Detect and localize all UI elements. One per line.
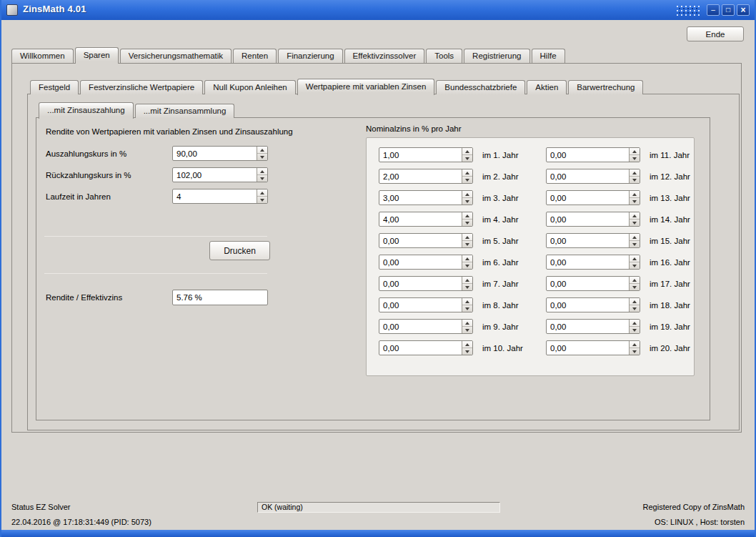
im-3-jahr-spinbox-down-icon[interactable] xyxy=(462,198,472,205)
im-10-jahr-spinbox-input[interactable] xyxy=(379,341,462,355)
im-17-jahr-spinbox-up-icon[interactable] xyxy=(630,277,640,284)
subtab-null-kupon-anleihen[interactable]: Null Kupon Anleihen xyxy=(204,80,296,94)
im-2-jahr-spinbox-down-icon[interactable] xyxy=(462,177,472,183)
subtab-aktien[interactable]: Aktien xyxy=(527,80,567,94)
subtab-wertpapiere-mit-variablen-zinsen[interactable]: Wertpapiere mit variablen Zinsen xyxy=(297,79,435,95)
subtab-barwertrechung[interactable]: Barwertrechung xyxy=(568,80,643,94)
rückzahlungskurs-in-spinbox-down-icon[interactable] xyxy=(257,175,267,182)
auszahlungskurs-in-spinbox-down-icon[interactable] xyxy=(257,154,267,160)
tab-finanzierung[interactable]: Finanzierung xyxy=(278,49,342,63)
im-13-jahr-spinbox-input[interactable] xyxy=(547,191,629,205)
im-12-jahr-spinbox-down-icon[interactable] xyxy=(630,177,640,183)
im-18-jahr-spinbox-input[interactable] xyxy=(547,298,629,312)
im-10-jahr-spinbox-up-icon[interactable] xyxy=(462,341,472,348)
im-3-jahr-spinbox-up-icon[interactable] xyxy=(462,191,472,198)
im-14-jahr-spinbox-down-icon[interactable] xyxy=(630,220,640,226)
laufzeit-in-jahren-spinbox-input[interactable] xyxy=(173,189,257,203)
im-4-jahr-spinbox-up-icon[interactable] xyxy=(462,212,472,220)
auszahlungskurs-in-spinbox-input[interactable] xyxy=(173,147,257,160)
minimize-button[interactable]: – xyxy=(707,4,720,16)
im-8-jahr-spinbox-up-icon[interactable] xyxy=(462,298,472,305)
rendite-effektivzins-input[interactable] xyxy=(172,290,268,305)
im-20-jahr-spinbox-input[interactable] xyxy=(547,341,629,355)
rückzahlungskurs-in-spinbox-up-icon[interactable] xyxy=(257,168,267,175)
im-5-jahr-spinbox-input[interactable] xyxy=(379,234,462,247)
im-1-jahr-spinbox-down-icon[interactable] xyxy=(462,155,472,162)
im-17-jahr-spinbox-down-icon[interactable] xyxy=(630,284,640,290)
im-20-jahr-spinbox xyxy=(546,340,640,355)
auszahlungskurs-in-spinbox-up-icon[interactable] xyxy=(257,147,267,154)
im-9-jahr-spinbox-input[interactable] xyxy=(379,320,462,333)
im-18-jahr-spinbox-up-icon[interactable] xyxy=(630,298,640,305)
ende-button[interactable]: Ende xyxy=(687,26,744,41)
tab-willkommen[interactable]: Willkommen xyxy=(11,49,74,63)
tab-tools[interactable]: Tools xyxy=(426,49,462,63)
tab-registrierung[interactable]: Registrierung xyxy=(464,49,529,63)
im-12-jahr-spinbox-input[interactable] xyxy=(547,169,629,183)
im-7-jahr-spinbox-input[interactable] xyxy=(379,277,462,290)
im-7-jahr-spinbox-up-icon[interactable] xyxy=(462,277,472,284)
im-11-jahr-spinbox-down-icon[interactable] xyxy=(630,155,640,162)
im-15-jahr-spinbox-down-icon[interactable] xyxy=(630,241,640,247)
im-4-jahr-spinbox-input[interactable] xyxy=(379,212,462,226)
im-5-jahr-spinbox-down-icon[interactable] xyxy=(462,241,472,247)
im-6-jahr-spinbox-input[interactable] xyxy=(379,255,462,269)
im-17-jahr-spinbox-input[interactable] xyxy=(547,277,629,290)
tab-effektivzinssolver[interactable]: Effektivzinssolver xyxy=(344,49,425,63)
tab-hilfe[interactable]: Hilfe xyxy=(532,49,565,63)
subtab-festverzinsliche-wertpapiere[interactable]: Festverzinsliche Wertpapiere xyxy=(80,80,203,94)
im-6-jahr-spinbox-up-icon[interactable] xyxy=(462,255,472,262)
im-14-jahr-spinbox-input[interactable] xyxy=(547,212,629,226)
im-1-jahr-spinbox-input[interactable] xyxy=(379,148,462,162)
im-7-jahr-spinbox-down-icon[interactable] xyxy=(462,284,472,290)
drucken-button[interactable]: Drucken xyxy=(209,241,270,260)
im-19-jahr-spinbox-down-icon[interactable] xyxy=(630,327,640,333)
im-10-jahr-spinbox-down-icon[interactable] xyxy=(462,348,472,355)
im-12-jahr-spinbox-up-icon[interactable] xyxy=(630,169,640,177)
im-11-jahr-spinbox-input[interactable] xyxy=(547,148,629,162)
im-2-jahr-spinbox-up-icon[interactable] xyxy=(462,169,472,177)
subtab-festgeld[interactable]: Festgeld xyxy=(30,80,79,94)
im-13-jahr-spinbox-down-icon[interactable] xyxy=(630,198,640,205)
im-2-jahr-spinbox-input[interactable] xyxy=(379,169,462,183)
im-19-jahr-spinbox-up-icon[interactable] xyxy=(630,320,640,327)
tab-sparen[interactable]: Sparen xyxy=(75,47,119,64)
im-13-jahr-spinbox-up-icon[interactable] xyxy=(630,191,640,198)
im-4-jahr-spinbox-down-icon[interactable] xyxy=(462,220,472,226)
innertab-mit-zinsauszahlung[interactable]: ...mit Zinsauszahlung xyxy=(39,102,134,119)
divider-top xyxy=(44,236,267,237)
tab-renten[interactable]: Renten xyxy=(233,49,277,63)
im-18-jahr-spinbox-down-icon[interactable] xyxy=(630,305,640,312)
im-11-jahr-spinbox-up-icon[interactable] xyxy=(630,148,640,155)
im-16-jahr-spinbox-down-icon[interactable] xyxy=(630,262,640,269)
im-15-jahr-spinbox-up-icon[interactable] xyxy=(630,234,640,241)
im-16-jahr-spinbox-input[interactable] xyxy=(547,255,629,269)
im-1-jahr-spinbox-up-icon[interactable] xyxy=(462,148,472,155)
im-6-jahr-spinbox-down-icon[interactable] xyxy=(462,262,472,269)
im-5-jahr-label: im 5. Jahr xyxy=(482,237,519,245)
im-5-jahr-spinbox-up-icon[interactable] xyxy=(462,234,472,241)
laufzeit-in-jahren-spinbox-down-icon[interactable] xyxy=(257,197,267,203)
im-20-jahr-spinbox-up-icon[interactable] xyxy=(630,341,640,348)
maximize-button[interactable]: □ xyxy=(722,4,735,16)
close-button[interactable]: × xyxy=(737,4,750,16)
tab-versicherungsmathematik[interactable]: Versicherungsmathematik xyxy=(120,49,232,63)
rückzahlungskurs-in-spinbox-input[interactable] xyxy=(173,168,257,182)
im-9-jahr-spinbox-up-icon[interactable] xyxy=(462,320,472,327)
subtab-bundesschatzbriefe[interactable]: Bundesschatzbriefe xyxy=(436,80,525,94)
im-19-jahr-spinbox-input[interactable] xyxy=(547,320,629,333)
laufzeit-in-jahren-spinbox-up-icon[interactable] xyxy=(257,189,267,197)
im-9-jahr-spinbox-down-icon[interactable] xyxy=(462,327,472,333)
im-8-jahr-spinbox-down-icon[interactable] xyxy=(462,305,472,312)
im-16-jahr-spinbox-up-icon[interactable] xyxy=(630,255,640,262)
im-20-jahr-spinbox-down-icon[interactable] xyxy=(630,348,640,355)
im-14-jahr-spinbox-up-icon[interactable] xyxy=(630,212,640,220)
im-15-jahr-spinbox-input[interactable] xyxy=(547,234,629,247)
nominal-row: im 19. Jahr xyxy=(546,319,690,334)
im-20-jahr-spinbox-buttons xyxy=(629,341,640,355)
im-8-jahr-spinbox-input[interactable] xyxy=(379,298,462,312)
im-3-jahr-spinbox-input[interactable] xyxy=(379,191,462,205)
im-16-jahr-label: im 16. Jahr xyxy=(650,258,690,267)
im-12-jahr-spinbox xyxy=(546,169,640,184)
innertab-mit-zinsansammlung[interactable]: ...mit Zinsansammlung xyxy=(135,104,235,118)
